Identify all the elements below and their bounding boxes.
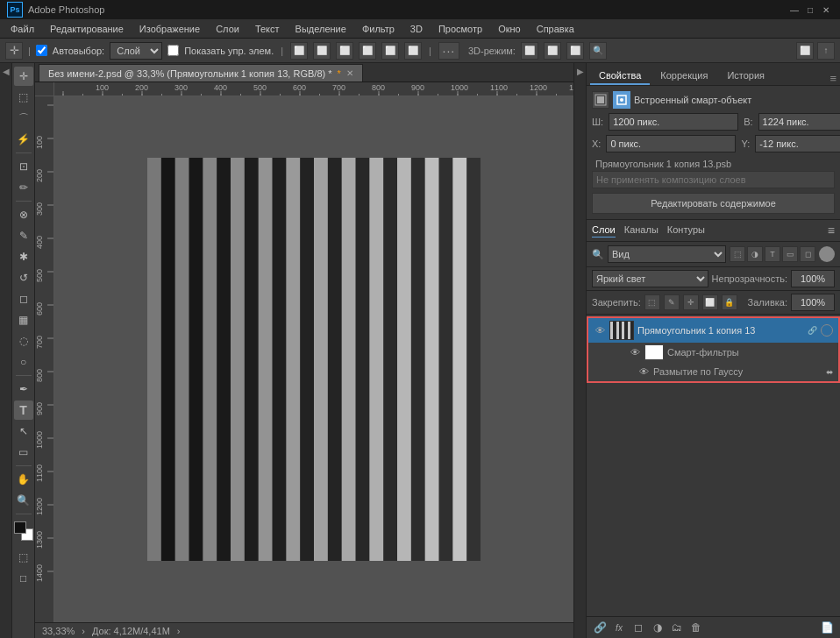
add-group-button[interactable]: 🗂 <box>669 620 685 635</box>
canvas-viewport[interactable] <box>54 96 573 622</box>
autoselect-checkbox[interactable] <box>36 45 47 56</box>
color-picker[interactable] <box>14 521 33 541</box>
quick-mask-tool[interactable]: ⬚ <box>14 548 33 567</box>
eraser-tool[interactable]: ◻ <box>14 289 33 308</box>
menu-layers[interactable]: Слои <box>209 22 246 36</box>
left-panel-collapse[interactable]: ◀ <box>0 63 12 638</box>
menu-select[interactable]: Выделение <box>288 22 353 36</box>
screen-mode-btn[interactable]: □ <box>14 569 33 588</box>
tab-close-button[interactable]: ✕ <box>346 68 353 78</box>
maximize-button[interactable]: □ <box>803 3 817 17</box>
blur-tool[interactable]: ◌ <box>14 331 33 351</box>
magic-wand-tool[interactable]: ⚡ <box>14 130 33 149</box>
status-arrow-icon[interactable]: › <box>82 626 85 636</box>
panel-menu-button[interactable]: ≡ <box>829 72 836 85</box>
autoselect-select[interactable]: Слой <box>110 42 162 60</box>
clone-stamp-tool[interactable]: ✱ <box>14 247 33 266</box>
menu-text[interactable]: Текст <box>248 22 287 36</box>
align-bottom-icon[interactable]: ⬜ <box>404 42 422 60</box>
opacity-input[interactable] <box>791 270 835 287</box>
menu-help[interactable]: Справка <box>530 22 581 36</box>
smart-object-icon-2[interactable] <box>613 91 630 109</box>
move-tool-icon[interactable]: ✛ <box>5 42 23 60</box>
menu-filter[interactable]: Фильтр <box>355 22 402 36</box>
gaussian-blur-visibility[interactable]: 👁 <box>637 365 650 378</box>
tab-correction[interactable]: Коррекция <box>651 67 716 85</box>
align-center-h-icon[interactable]: ⬜ <box>313 42 331 60</box>
text-tool[interactable]: T <box>14 401 33 420</box>
crop-tool[interactable]: ⊡ <box>14 157 33 176</box>
layer-filter-select[interactable]: Вид <box>608 245 726 263</box>
tab-paths[interactable]: Контуры <box>667 224 705 237</box>
tab-history[interactable]: История <box>718 67 773 85</box>
add-adjustment-button[interactable]: ◑ <box>650 620 666 635</box>
add-fx-button[interactable]: fx <box>611 620 627 635</box>
move-tool[interactable]: ✛ <box>14 67 33 86</box>
3d-mode-3-icon[interactable]: ⬜ <box>566 42 584 60</box>
doc-info-arrow[interactable]: › <box>177 626 181 636</box>
lock-artboard-icon[interactable]: ⬜ <box>702 294 718 310</box>
menu-edit[interactable]: Редактирование <box>43 22 131 36</box>
align-center-v-icon[interactable]: ⬜ <box>381 42 399 60</box>
share-icon[interactable]: ↑ <box>817 42 835 60</box>
smart-filter-visibility[interactable]: 👁 <box>629 346 641 358</box>
right-panel-collapse[interactable]: ▶ <box>573 63 586 638</box>
width-input[interactable] <box>609 113 738 131</box>
menu-3d[interactable]: 3D <box>403 22 430 36</box>
align-top-icon[interactable]: ⬜ <box>359 42 376 60</box>
3d-mode-1-icon[interactable]: ⬜ <box>521 42 538 60</box>
height-input[interactable] <box>758 113 840 131</box>
fill-input[interactable] <box>791 294 835 311</box>
layer-options-icon[interactable] <box>821 324 833 337</box>
filter-text-icon[interactable]: T <box>765 246 780 262</box>
layers-menu-button[interactable]: ≡ <box>828 223 835 237</box>
lasso-tool[interactable]: ⌒ <box>14 109 33 128</box>
gaussian-blur-options-icon[interactable]: ⬌ <box>826 367 833 377</box>
tab-layers[interactable]: Слои <box>592 224 616 237</box>
selection-tool[interactable]: ⬚ <box>14 88 33 107</box>
filter-smart-icon[interactable]: ◻ <box>800 246 815 262</box>
lock-position-icon[interactable]: ✛ <box>683 294 699 310</box>
filter-pixel-icon[interactable]: ⬚ <box>730 246 745 262</box>
lock-brush-icon[interactable]: ✎ <box>664 294 680 310</box>
close-button[interactable]: ✕ <box>819 3 833 17</box>
screen-mode-icon[interactable]: ⬜ <box>796 42 814 60</box>
menu-view[interactable]: Просмотр <box>431 22 489 36</box>
3d-zoom-icon[interactable]: 🔍 <box>589 42 607 60</box>
gradient-tool[interactable]: ▦ <box>14 310 33 330</box>
title-bar-controls[interactable]: — □ ✕ <box>787 3 833 17</box>
shape-tool[interactable]: ▭ <box>14 443 33 462</box>
tab-channels[interactable]: Каналы <box>624 224 658 237</box>
history-brush-tool[interactable]: ↺ <box>14 268 33 287</box>
add-mask-button[interactable]: ◻ <box>630 620 646 635</box>
layer-item-main[interactable]: 👁 Прямоугольник 1 копия 13 🔗 <box>588 318 838 343</box>
path-select-tool[interactable]: ↖ <box>14 422 33 441</box>
3d-mode-2-icon[interactable]: ⬜ <box>544 42 561 60</box>
menu-file[interactable]: Файл <box>4 22 41 36</box>
edit-content-button[interactable]: Редактировать содержимое <box>592 193 835 214</box>
smart-object-icon-1[interactable] <box>592 91 609 109</box>
x-input[interactable] <box>606 135 736 152</box>
link-layers-button[interactable]: 🔗 <box>592 620 608 635</box>
blend-mode-select[interactable]: Яркий свет <box>592 270 708 287</box>
gaussian-blur-row[interactable]: 👁 Размытие по Гауссу ⬌ <box>588 362 838 381</box>
lock-all-icon[interactable]: 🔒 <box>722 294 737 310</box>
layer-visibility-toggle[interactable]: 👁 <box>594 324 606 337</box>
filter-shape-icon[interactable]: ▭ <box>782 246 798 262</box>
foreground-color-swatch[interactable] <box>14 521 26 534</box>
eyedropper-tool[interactable]: ✏ <box>14 178 33 197</box>
menu-image[interactable]: Изображение <box>132 22 207 36</box>
pen-tool[interactable]: ✒ <box>14 379 33 399</box>
menu-window[interactable]: Окно <box>491 22 528 36</box>
more-options-button[interactable]: ··· <box>438 42 459 60</box>
tab-properties[interactable]: Свойства <box>590 67 650 85</box>
align-left-icon[interactable]: ⬜ <box>290 42 308 60</box>
delete-layer-button[interactable]: 🗑 <box>688 620 704 635</box>
doc-tab[interactable]: Без имени-2.psd @ 33,3% (Прямоугольник 1… <box>39 64 363 82</box>
show-transform-checkbox[interactable] <box>167 45 179 56</box>
zoom-tool[interactable]: 🔍 <box>14 491 33 510</box>
hand-tool[interactable]: ✋ <box>14 470 33 489</box>
lock-transparent-icon[interactable]: ⬚ <box>644 294 660 310</box>
y-input[interactable] <box>755 135 840 152</box>
brush-tool[interactable]: ✎ <box>14 226 33 245</box>
